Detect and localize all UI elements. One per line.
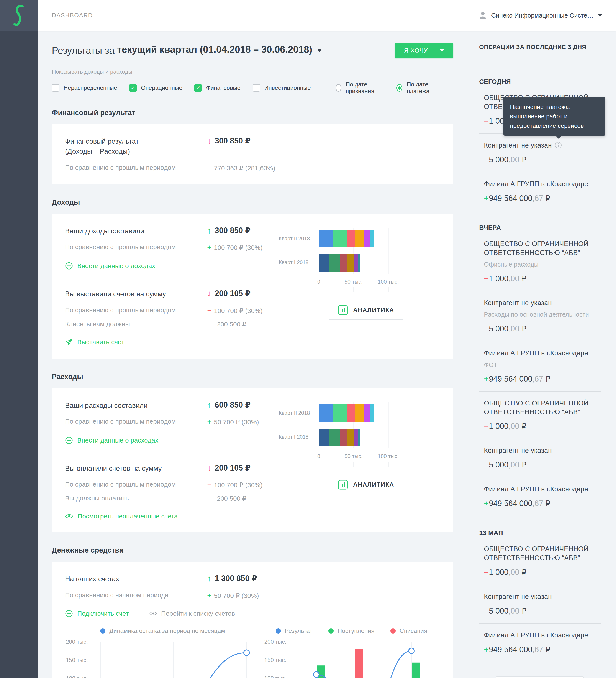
bar-chart-icon [338, 305, 348, 315]
chevron-down-icon[interactable] [318, 49, 322, 52]
create-invoice-link[interactable]: Выставить счет [65, 338, 124, 346]
period-selector[interactable]: текущий квартал (01.04.2018 – 30.06.2018… [117, 44, 312, 57]
filter-radio[interactable]: По дате платежа [397, 81, 441, 95]
bar-category-label: Кварт II 2018 [279, 235, 310, 241]
amount-fraction: ,00 [508, 460, 519, 469]
payment-purpose-tooltip: Назначение платежа: выполнение работ и п… [503, 97, 605, 136]
legend-item: Поступления [328, 628, 374, 634]
filter-checkbox[interactable]: Нераспределенные [52, 84, 117, 91]
operation-counterparty: Филиал А ГРУПП в г.Краснодаре [484, 631, 601, 640]
operation-item[interactable]: Контрагент не указан−5 000,00 ₽ [479, 134, 601, 172]
filter-checkbox[interactable]: Инвестиционные [253, 84, 311, 91]
compare-label: По сравнению с прошлым периодом [65, 418, 207, 425]
metric-label: Финансовый результат (Доходы – Расходы) [65, 136, 207, 156]
radio-label: По дате признания [346, 81, 384, 95]
view-unpaid-invoices-link[interactable]: Посмотреть неоплаченные счета [65, 513, 178, 520]
amount-currency: ₽ [519, 274, 526, 283]
cash-flows-legend: РезультатПоступленияСписания [262, 628, 440, 634]
operations-title: ОПЕРАЦИИ ЗА ПОСЛЕДНИЕ 3 ДНЯ [479, 44, 601, 50]
amount-currency: ₽ [519, 422, 526, 430]
minus-sign: − [207, 164, 211, 172]
metric-label: Ваши доходы составили [65, 226, 207, 236]
operation-item[interactable]: Филиал А ГРУПП в г.Краснодаре+949 564 00… [479, 624, 601, 662]
chevron-down-icon [598, 14, 602, 17]
extra-label: Клиенты вам должны [65, 321, 207, 328]
operations-group: СЕГОДНЯНазначение платежа: выполнение ра… [479, 78, 601, 211]
compare-value: − 100 700 ₽ (30%) [207, 306, 279, 315]
operation-item[interactable]: Контрагент не указанРасходы по основной … [479, 291, 601, 341]
i-want-button[interactable]: Я ХОЧУ [395, 43, 453, 58]
operation-item[interactable]: ОБЩЕСТВО С ОГРАНИЧЕННОЙ ОТВЕТСТВЕННОСТЬЮ… [479, 537, 601, 585]
svg-text:50 тыс.: 50 тыс. [344, 279, 363, 285]
amount-integer: 949 564 000 [489, 499, 532, 508]
amount-integer: 949 564 000 [489, 374, 532, 383]
operation-item[interactable]: Контрагент не указан−5 000,00 ₽ [479, 585, 601, 624]
amount-sign: − [484, 274, 488, 283]
filter-checkbox[interactable]: Финансовые [194, 84, 240, 91]
svg-text:100 тыс.: 100 тыс. [378, 453, 399, 459]
compare-value: + 50 700 ₽ (30%) [207, 418, 279, 426]
operation-counterparty: Филиал А ГРУПП в г.Краснодаре [484, 349, 601, 357]
operation-amount: −1 000,00 ₽ [484, 568, 601, 577]
svg-text:150 тыс.: 150 тыс. [66, 657, 88, 663]
checkbox-box[interactable] [129, 84, 137, 91]
legend-label: Результат [285, 628, 312, 634]
compare-value: − 100 700 ₽ (30%) [207, 481, 279, 489]
section-title-cash: Денежные средства [52, 546, 453, 554]
amount-currency: ₽ [543, 645, 550, 654]
filter-checkbox[interactable]: Операционные [129, 84, 182, 91]
add-income-data-link[interactable]: Внести данные о доходах [65, 262, 155, 270]
operation-item[interactable]: ОБЩЕСТВО С ОГРАНИЧЕННОЙ ОТВЕТСТВЕННОСТЬЮ… [479, 391, 601, 439]
legend-label: Поступления [337, 628, 374, 634]
svg-text:100 тыс.: 100 тыс. [66, 675, 88, 678]
metric-label: Вы выставили счетов на сумму [65, 289, 207, 299]
nav-item-dashboard[interactable]: DASHBOARD [52, 12, 93, 19]
checkbox-group: НераспределенныеОперационныеФинансовыеИн… [52, 84, 323, 91]
amount-integer: 5 000 [489, 155, 508, 164]
analytics-button[interactable]: АНАЛИТИКА [329, 301, 403, 320]
account-menu[interactable]: Синеко Информационные Систе… [479, 11, 602, 19]
compare-label: По сравнению с прошлым периодом [65, 481, 207, 488]
add-expense-data-link[interactable]: Внести данные о расходах [65, 437, 158, 444]
operation-item[interactable]: Контрагент не указан−5 000,00 ₽ [479, 439, 601, 478]
operation-item[interactable]: Филиал А ГРУПП в г.Краснодаре+949 564 00… [479, 478, 601, 516]
checkbox-box[interactable] [194, 84, 202, 91]
compare-value: + 50 700 ₽ (30%) [207, 592, 440, 600]
operation-description: ФОТ [484, 361, 601, 369]
operation-amount: +949 564 000,67 ₽ [484, 645, 601, 654]
compare-label: По сравнению с прошлым периодом [65, 164, 207, 171]
operations-groups: СЕГОДНЯНазначение платежа: выполнение ра… [479, 78, 601, 662]
expenses-quarters-chart: Кварт II 2018Кварт I 2018 050 тыс.100 ты… [279, 402, 440, 467]
account-name: Синеко Информационные Систе… [491, 12, 593, 19]
extra-value: 200 500 ₽ [207, 495, 279, 502]
amount-integer: 949 564 000 [489, 645, 532, 654]
operation-item[interactable]: Филиал А ГРУПП в г.КраснодареФОТ+949 564… [479, 341, 601, 391]
amount-currency: ₽ [519, 155, 526, 164]
operation-item[interactable]: Филиал А ГРУПП в г.Краснодаре+949 564 00… [479, 172, 601, 211]
analytics-button[interactable]: АНАЛИТИКА [329, 475, 403, 494]
filter-radio[interactable]: По дате признания [335, 81, 384, 95]
amount-sign: − [484, 568, 488, 577]
page-title: Результаты за текущий квартал (01.04.201… [52, 44, 322, 57]
amount-integer: 1 000 [489, 274, 508, 283]
operation-amount: −1 000,00 ₽ [484, 422, 601, 431]
radio-control[interactable] [335, 84, 341, 91]
metric-value: ↑ 1 300 850 ₽ [207, 574, 440, 583]
amount-currency: ₽ [519, 568, 526, 577]
amount-integer: 5 000 [489, 460, 508, 469]
other-operations-button[interactable]: ДРУГИЕ ОПЕРАЦИИ [496, 676, 584, 678]
checkbox-box[interactable] [253, 84, 260, 91]
amount-integer: 1 000 [489, 422, 508, 430]
amount-fraction: ,00 [508, 568, 519, 577]
info-icon[interactable] [555, 142, 562, 149]
amount-fraction: ,00 [508, 324, 519, 333]
financial-result-card: Финансовый результат (Доходы – Расходы) … [52, 124, 453, 184]
app-logo[interactable] [0, 0, 38, 31]
connect-account-link[interactable]: Подключить счет [65, 610, 129, 617]
operation-item[interactable]: ОБЩЕСТВО С ОГРАНИЧЕННОЙ ОТВЕТСТВЕННОСТЬЮ… [479, 232, 601, 291]
go-to-accounts-link[interactable]: Перейти к списку счетов [150, 610, 235, 617]
amount-sign: + [484, 194, 488, 203]
trend-down-icon: ↓ [207, 289, 211, 298]
checkbox-box[interactable] [52, 84, 59, 91]
radio-control[interactable] [397, 84, 402, 91]
